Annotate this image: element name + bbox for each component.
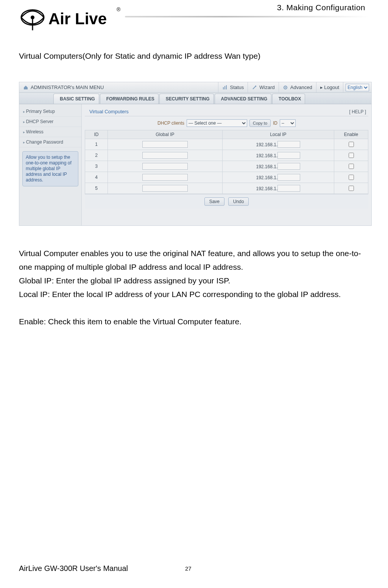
id-label: ID [273,120,277,126]
row-id: 2 [85,150,108,161]
local-ip-prefix: 192.168.1. [256,175,278,180]
row-id: 5 [85,183,108,194]
enable-checkbox[interactable] [349,186,354,191]
language-select[interactable]: English [346,84,369,91]
nav-status-label: Status [230,84,244,90]
col-id: ID [85,130,108,139]
help-link[interactable]: [ HELP ] [349,109,366,114]
enable-checkbox[interactable] [349,175,354,180]
panel-title-label: Virtual Computers [89,109,129,114]
row-id: 3 [85,161,108,172]
col-enable: Enable [334,130,368,139]
wizard-icon [252,85,257,90]
admin-menu-label: ADMINISTRATOR's MAIN MENU [31,84,104,90]
table-row: 2 192.168.1. [85,150,368,161]
col-global-ip: Global IP [108,130,223,139]
admin-menu-title: ADMINISTRATOR's MAIN MENU [19,82,218,92]
sidebar-item-change-password[interactable]: Change Password [19,137,81,147]
paragraph-local-ip: Local IP: Enter the local IP address of … [19,288,369,301]
home-icon [23,85,28,90]
global-ip-input[interactable] [142,163,188,170]
local-ip-input[interactable] [277,141,300,148]
col-local-ip: Local IP [222,130,334,139]
tab-basic-label: BASIC SETTING [60,96,95,102]
table-row: 1 192.168.1. [85,139,368,150]
tab-security-label: SECURITY SETTING [166,96,210,102]
sidebar-item-wireless[interactable]: Wireless [19,127,81,137]
paragraph-global-ip: Global IP: Enter the global IP address a… [19,274,369,288]
tab-advanced-label: ADVANCED SETTING [221,96,267,102]
nav-logout[interactable]: ▸ Logout [316,82,343,92]
paragraph-enable: Enable: Check this item to enable the Vi… [19,315,369,328]
local-ip-input[interactable] [277,163,300,170]
table-row: 4 192.168.1. [85,172,368,183]
enable-checkbox[interactable] [349,153,354,158]
local-ip-input[interactable] [277,152,300,159]
tab-security-setting[interactable]: SECURITY SETTING [159,94,214,104]
nav-advanced[interactable]: Advanced [279,82,316,92]
section-heading: Virtual Computers(Only for Static and dy… [19,49,369,63]
local-ip-prefix: 192.168.1. [256,164,278,169]
global-ip-input[interactable] [142,174,188,181]
svg-point-9 [285,87,286,88]
local-ip-prefix: 192.168.1. [256,142,278,147]
table-row: 5 192.168.1. [85,183,368,194]
dhcp-clients-label: DHCP clients [157,120,184,126]
local-ip-input[interactable] [277,174,300,181]
tab-forwarding-label: FORWARDING RULES [106,96,154,102]
nav-wizard[interactable]: Wizard [248,82,279,92]
local-ip-input[interactable] [277,185,300,192]
tab-toolbox-label: TOOLBOX [279,96,301,102]
tab-basic-setting[interactable]: BASIC SETTING [53,94,99,104]
manual-title: AirLive GW-300R User's Manual [19,564,128,573]
local-ip-prefix: 192.168.1. [256,186,278,191]
row-id: 1 [85,139,108,150]
global-ip-input[interactable] [142,152,188,159]
dhcp-clients-select[interactable]: — Select one — [187,119,247,127]
svg-rect-5 [223,87,224,89]
paragraph-intro: Virtual Computer enables you to use the … [19,247,369,274]
row-id: 4 [85,172,108,183]
tab-advanced-setting[interactable]: ADVANCED SETTING [215,94,271,104]
tab-toolbox[interactable]: TOOLBOX [272,94,305,104]
router-admin-screenshot: ADMINISTRATOR's MAIN MENU Status Wizard … [19,82,372,226]
advanced-icon [283,85,288,90]
status-icon [222,85,228,90]
enable-checkbox[interactable] [349,164,354,169]
sidebar-item-dhcp-server[interactable]: DHCP Server [19,117,81,127]
id-select[interactable]: – [280,119,296,127]
nav-wizard-label: Wizard [259,84,274,90]
nav-logout-label: ▸ Logout [320,84,339,90]
svg-rect-15 [89,117,90,118]
table-row: 3 192.168.1. [85,161,368,172]
airlive-logo: Air Live ® [19,1,125,34]
save-button[interactable]: Save [204,197,224,206]
svg-rect-6 [224,86,225,89]
svg-text:Air Live: Air Live [48,10,107,28]
nav-advanced-label: Advanced [290,84,312,90]
sidebar-hint-box: Allow you to setup the one-to-one mappin… [22,151,78,186]
svg-text:®: ® [117,6,121,13]
local-ip-prefix: 192.168.1. [256,153,278,158]
enable-checkbox[interactable] [349,142,354,147]
page-number: 27 [128,565,249,572]
svg-rect-7 [226,85,227,89]
copy-to-button[interactable]: Copy to [249,119,271,127]
header-rule [125,16,369,17]
undo-button[interactable]: Undo [228,197,249,206]
svg-rect-13 [278,102,280,102]
global-ip-input[interactable] [142,185,188,192]
chapter-title: 3. Making Configuration [277,3,365,12]
virtual-computers-table: ID Global IP Local IP Enable 1 192.168.1… [85,130,368,194]
tab-forwarding-rules[interactable]: FORWARDING RULES [100,94,159,104]
global-ip-input[interactable] [142,141,188,148]
sidebar-item-primary-setup[interactable]: Primary Setup [19,106,81,117]
nav-status[interactable]: Status [218,82,248,92]
